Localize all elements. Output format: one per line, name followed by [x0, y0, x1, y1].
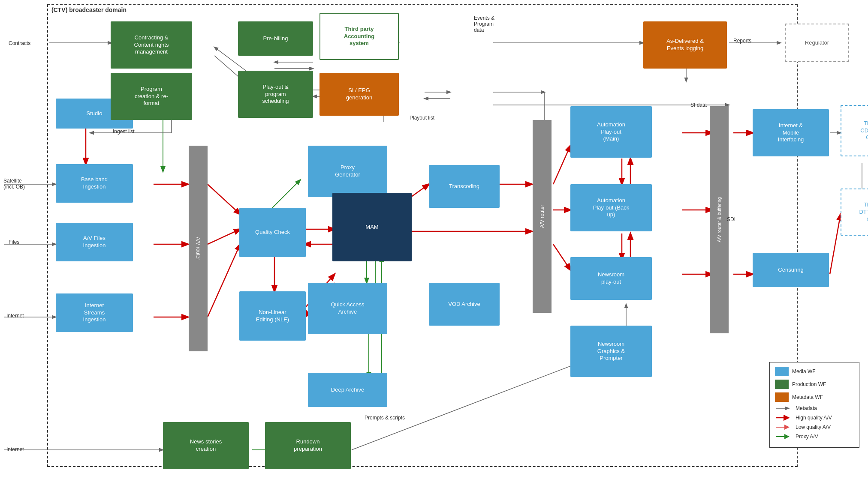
- legend-hq-arrow: High quality A/V: [775, 415, 854, 421]
- legend-metadata-arrow: Metadata: [775, 405, 854, 411]
- files-label: Files: [9, 239, 19, 245]
- transcoding-box: Transcoding: [429, 165, 500, 208]
- as-delivered-box: As-Delivered &Events logging: [643, 21, 727, 69]
- domain-label: (CTV) broadcaster domain: [51, 6, 127, 13]
- newsroom-graphics-box: NewsroomGraphics &Prompter: [570, 326, 652, 377]
- automation-backup-box: AutomationPlay-out (Backup): [570, 184, 652, 231]
- prompts-scripts-label: Prompts & scripts: [365, 415, 405, 421]
- baseband-box: Base bandIngestion: [56, 164, 133, 203]
- quick-access-box: Quick AccessArchive: [308, 283, 387, 334]
- av-router-buffer: A/V router & buffering: [710, 106, 729, 333]
- nle-box: Non-LinearEditing (NLE): [239, 291, 306, 341]
- legend-proxy-arrow: Proxy A/V: [775, 434, 854, 440]
- internet-streams-box: InternetStreamsIngestion: [56, 293, 133, 332]
- legend-media-wf: Media WF: [775, 367, 854, 376]
- legend: Media WF Production WF Metadata WF Metad…: [769, 362, 859, 448]
- quality-check-box: Quality Check: [239, 208, 306, 257]
- av-files-box: A/V FilesIngestion: [56, 223, 133, 261]
- legend-metadata-wf: Metadata WF: [775, 392, 854, 402]
- av-router-left: A/V router: [189, 146, 208, 351]
- rundown-box: Rundownpreparation: [265, 422, 351, 469]
- prebilling-box: Pre-billing: [238, 21, 313, 56]
- reports-label: Reports: [733, 38, 751, 44]
- deep-archive-box: Deep Archive: [308, 373, 387, 407]
- si-epg-box: SI / EPGgeneration: [319, 73, 399, 116]
- svg-line-32: [830, 214, 841, 274]
- legend-production-wf: Production WF: [775, 380, 854, 389]
- third-party-accounting-box: Third partyAccountingsystem: [319, 13, 399, 60]
- vod-archive-box: VOD Archive: [429, 283, 500, 326]
- si-data-label: SI data: [690, 102, 707, 108]
- satellite-label: Satellite(incl. OB): [3, 178, 25, 190]
- program-creation-box: Programcreation & re-format: [111, 73, 192, 120]
- mam-box: MAM: [332, 193, 412, 261]
- news-stories-box: News storiescreation: [163, 422, 249, 469]
- third-party-dttb-box: Third partyDTTB networkoperator: [841, 189, 868, 236]
- playout-list-label: Playout list: [410, 115, 434, 121]
- events-program-label: Events &Programdata: [474, 15, 494, 33]
- ingest-list-label: Ingest list: [113, 129, 135, 135]
- legend-lq-arrow: Low quality A/V: [775, 424, 854, 430]
- automation-main-box: AutomationPlay-out(Main): [570, 106, 652, 158]
- proxy-generator-box: ProxyGenerator: [308, 146, 387, 197]
- contracts-label: Contracts: [9, 40, 30, 46]
- newsroom-playout-box: Newsroomplay-out: [570, 257, 652, 300]
- av-router-right: A/V router: [533, 120, 552, 313]
- censuring-box: Censuring: [753, 253, 829, 287]
- internet-bottom-label: Internet: [6, 446, 24, 452]
- internet-mobile-box: Internet &MobileInterfacing: [753, 109, 829, 156]
- diagram-container: (CTV) broadcaster domain: [0, 0, 868, 482]
- sdi-label: SDI: [727, 216, 735, 222]
- playout-scheduling-box: Play-out &programscheduling: [238, 71, 313, 118]
- regulator-box: Regulator: [785, 24, 849, 62]
- third-party-cdn-box: Third partyCDN / MobileOperator: [841, 105, 868, 156]
- contracting-box: Contracting &Content rightsmanagement: [111, 21, 192, 69]
- internet-left-label: Internet: [6, 313, 24, 319]
